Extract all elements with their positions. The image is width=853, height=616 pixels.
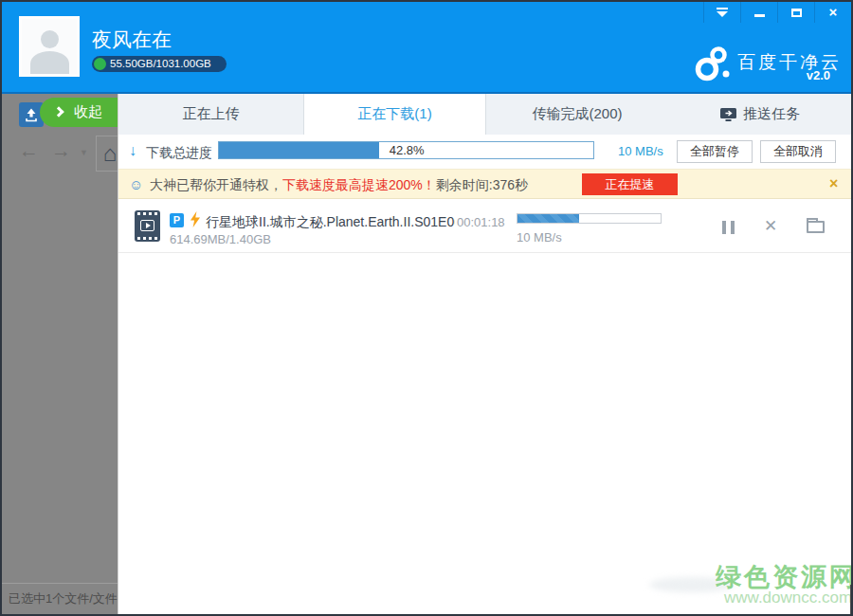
smiley-icon: ☺	[129, 176, 143, 192]
p2p-badge-icon: P	[170, 213, 184, 227]
collapse-icon-triangle	[717, 11, 728, 17]
task-pause-button[interactable]	[722, 221, 735, 234]
main-window-background: 收起 ← → ▼ ⌂ 已选中1个文件/文件	[2, 94, 118, 614]
total-progress-label: 下载总进度	[146, 145, 212, 162]
total-progress-row: ↓ 下载总进度 42.8% 10 MB/s 全部暂停 全部取消	[118, 135, 851, 169]
maximize-icon	[791, 9, 802, 17]
total-progress-percent: 42.8%	[390, 143, 425, 157]
nav-forward-button[interactable]: →	[51, 139, 71, 162]
window-controls: ×	[703, 2, 851, 23]
banner-text: 大神已帮你开通特权，下载速度最高提速200%！剩余时间:376秒	[150, 177, 528, 194]
nav-back-button[interactable]: ←	[19, 139, 39, 162]
storage-used-indicator	[94, 58, 106, 70]
selection-status-text: 已选中1个文件/文件	[9, 590, 118, 607]
username: 夜风在在	[92, 27, 172, 53]
avatar-silhouette-head	[41, 30, 59, 48]
minimize-icon	[754, 14, 765, 17]
collapse-icon	[717, 8, 728, 9]
tab-push-tasks[interactable]: 推送任务	[668, 94, 851, 135]
collapse-transfer-panel-button[interactable]: 收起	[40, 98, 118, 127]
film-strip-bottom	[137, 237, 157, 240]
avatar-silhouette-body	[30, 51, 69, 76]
speeding-up-button[interactable]: 正在提速	[582, 173, 678, 195]
task-progress-bar	[517, 213, 662, 224]
minimize-button[interactable]	[740, 2, 777, 23]
task-size: 614.69MB/1.40GB	[170, 232, 271, 246]
transfer-panel: 正在上传 正在下载(1) 传输完成(200) 推送任务 ↓ 下载总进度	[118, 94, 851, 614]
baidu-clean-cloud-window: 夜风在在 55.50GB/1031.00GB × 百度干净	[0, 0, 853, 616]
lightning-speed-icon	[190, 211, 201, 227]
push-monitor-icon	[719, 107, 737, 122]
tab-completed-label: 传输完成(200)	[532, 105, 622, 123]
tab-completed[interactable]: 传输完成(200)	[486, 94, 668, 135]
task-open-folder-button[interactable]	[807, 221, 825, 233]
cloud-logo-icon	[692, 44, 735, 83]
tab-bar: 正在上传 正在下载(1) 传输完成(200) 推送任务	[118, 94, 851, 135]
download-arrow-icon: ↓	[129, 142, 136, 159]
total-speed: 10 MB/s	[618, 144, 663, 158]
nav-history-caret[interactable]: ▼	[80, 148, 88, 157]
tab-uploading-label: 正在上传	[182, 105, 239, 123]
task-cancel-button[interactable]: ✕	[764, 216, 777, 236]
avatar[interactable]	[19, 16, 80, 77]
tab-downloading[interactable]: 正在下载(1)	[303, 94, 486, 135]
upload-arrow-icon	[24, 107, 39, 122]
watermark-site-url: www.downcc.com	[724, 589, 852, 607]
tab-push-label: 推送任务	[743, 105, 800, 123]
speedup-banner: ☺ 大神已帮你开通特权，下载速度最高提速200%！剩余时间:376秒 正在提速 …	[118, 169, 851, 199]
tab-downloading-label: 正在下载(1)	[357, 105, 431, 123]
chevron-right-icon	[53, 106, 64, 117]
brand-version: v2.0	[807, 68, 830, 82]
statusbar-divider	[2, 583, 118, 584]
tab-uploading[interactable]: 正在上传	[118, 94, 303, 135]
storage-quota-pill: 55.50GB/1031.00GB	[92, 56, 227, 72]
banner-text-highlight: 下载速度最高提速200%！	[282, 177, 436, 192]
home-button[interactable]: ⌂	[96, 136, 118, 172]
collapse-label: 收起	[74, 103, 102, 121]
cancel-all-button[interactable]: 全部取消	[760, 140, 836, 163]
hide-to-tray-button[interactable]	[703, 2, 740, 23]
play-box	[140, 220, 154, 231]
storage-text: 55.50GB/1031.00GB	[110, 58, 211, 69]
total-progress-fill	[219, 142, 379, 158]
task-speed: 10 MB/s	[517, 230, 562, 245]
home-icon: ⌂	[103, 142, 118, 165]
brand-logo: 百度干净云 v2.0	[692, 44, 834, 85]
banner-close-icon[interactable]: ×	[829, 175, 838, 192]
total-progress-bar: 42.8%	[218, 141, 594, 159]
header: 夜风在在 55.50GB/1031.00GB × 百度干净	[2, 2, 851, 94]
task-progress-fill	[517, 214, 579, 223]
pause-all-button[interactable]: 全部暂停	[677, 140, 753, 163]
video-file-icon	[135, 210, 160, 242]
download-task-row[interactable]: P 行星地球II.城市之秘.Planet.Earth.II.S01E06.C..…	[118, 200, 851, 253]
task-elapsed-time: 00:01:18	[457, 215, 505, 229]
banner-text-remaining: 剩余时间:376秒	[436, 177, 528, 192]
task-filename: 行星地球II.城市之秘.Planet.Earth.II.S01E06.C...	[206, 214, 455, 231]
film-strip-top	[137, 212, 157, 215]
maximize-button[interactable]	[777, 2, 814, 23]
banner-text-prefix: 大神已帮你开通特权，	[150, 177, 282, 192]
close-button[interactable]: ×	[814, 2, 851, 23]
play-triangle-icon	[146, 223, 151, 228]
